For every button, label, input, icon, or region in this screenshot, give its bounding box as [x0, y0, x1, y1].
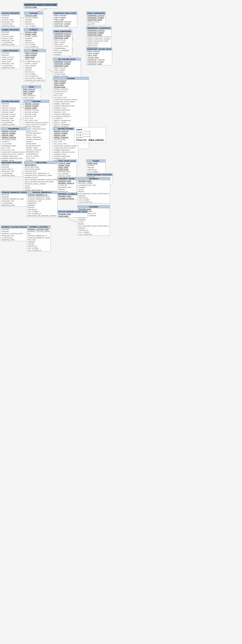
- legend-row-1: 1..n to 1 ┤: [76, 131, 104, 133]
- row-tbl-7: TABLE_OWNER: [24, 65, 46, 67]
- row-cat-5: CREATED_BY: [24, 23, 43, 25]
- row-kcu-4: TABLE_CATALOG: [53, 67, 81, 69]
- row-tsu-7: SHARING_SCOPE: [57, 175, 77, 177]
- row-sc-10: LAST_ALTERED_BY: [27, 213, 57, 215]
- legend-box: Legend 1..n to 1 ┤ 0..1 to 1 ○ ┤ 0..n to…: [74, 127, 106, 143]
- row-par-1: SPECIFIC_CATALOG: [1, 130, 26, 132]
- row-sch-2: SCHEMA_NAME: [24, 33, 43, 36]
- table-storage-credentials: STORAGE_CREDENTIALS STORAGE_CREDENTIAL_I…: [27, 191, 57, 217]
- row-scp-2: GRANTEE: [1, 196, 31, 198]
- row-elp-5: IS_GRANTABLE: [1, 237, 30, 239]
- legend-icon-3: 0..n to 1: [76, 136, 83, 138]
- row-rc-1: CONSTRAINT_CATALOG: [86, 30, 111, 32]
- row-sch-6: CREATED_BY: [24, 42, 43, 44]
- table-header-ccu: CONSTRAINT_COLUMN_USAGE: [86, 48, 112, 50]
- row-cp-2: GRANTEE: [1, 17, 20, 19]
- row-rec-7: DATA_RECIPIENT_GLOBAL_METASTORE_ID: [78, 193, 110, 195]
- row-rec-1: RECIPIENT_NAME: [78, 180, 110, 182]
- row-tc-3: CONSTRAINT_NAME: [53, 37, 72, 39]
- row-sp-5: PRIVILEGE_TYPE: [1, 40, 20, 42]
- row-tbl-10: CREATED_BY: [24, 71, 46, 73]
- row-prov-9: DATA_PROVIDER_GLOBAL_METASTORE_ID: [78, 225, 110, 227]
- row-par-5: PARAMETER_MODE: [1, 138, 26, 141]
- row-elp-3: EXTERNAL_LOCATION_NAME: [1, 233, 30, 235]
- table-schemata: SCHEMATA CATALOG_NAME SCHEMA_NAME SCHEMA…: [24, 28, 43, 48]
- row-r-11: CHARACTER_OCTET_LENGTH: [24, 124, 49, 126]
- row-ccu-7: CONSTRAINT_NAME: [86, 63, 112, 65]
- row-col-14: NUMERIC_SCALE: [53, 107, 89, 109]
- row-col-21: IDENTITY_START: [53, 122, 89, 124]
- row-kcu-2: CONSTRAINT_SCHEMA: [53, 63, 81, 65]
- row-tbl-6: COMMIT_ACTION: [24, 63, 46, 65]
- row-mp-3: METASTORE_ID: [1, 168, 22, 170]
- table-providers: PROVIDERS PROVIDER_NAME RECIPIENT_OWNER …: [77, 205, 110, 236]
- row-cc-1: CONSTRAINT_CATALOG: [86, 15, 105, 17]
- row-scp-4: PRIVILEGE_TYPE: [1, 200, 31, 202]
- row-prov-8: REGION: [78, 223, 110, 225]
- row-sc-9: LAST_ALTERED: [27, 210, 57, 213]
- row-sh-2: COMMENT: [86, 164, 105, 167]
- row-tbl-14: STORAGE_SUB_DIRECTORY: [24, 79, 46, 82]
- row-sp-4: SCHEMA_NAME: [1, 38, 20, 40]
- row-sc-3: STORAGE_CREDENTIAL_OWNER: [27, 198, 57, 200]
- row-mp-1: GRANTOR: [1, 164, 22, 166]
- row-col-11: CHARACTER_OCTET_LENGTH: [53, 101, 89, 103]
- table-recipients: RECIPIENTS RECIPIENT_NAME RECIPIENT_OWNE…: [77, 177, 110, 203]
- row-cc-2: CONSTRAINT_SCHEMA: [86, 17, 105, 19]
- row-r-16: INTERVAL_TYPE: [24, 134, 49, 136]
- row-cp-4: PRIVILEGE_TYPE: [1, 21, 20, 23]
- row-rt-1: RECIPIENT_NAME: [57, 180, 76, 182]
- row-col-22: IDENTITY_INCREMENT: [53, 124, 89, 126]
- row-r-21: ROUTINE_DEFINITION: [24, 145, 49, 147]
- row-el-9: CREATED_BY: [27, 245, 51, 247]
- row-ctu-1: TABLE_CATALOG: [53, 15, 77, 17]
- row-el-8: CREATED: [27, 243, 51, 245]
- row-r-27: IS_NULL_CALL: [24, 157, 49, 160]
- row-ms-6: STORAGE_ROOT_CREDENTIAL_NAME: [24, 174, 59, 176]
- row-sc-2: STORAGE_CREDENTIAL_NAME: [27, 196, 57, 198]
- row-r-14: NUMERIC_SCALE: [24, 130, 49, 132]
- row-par-2: SPECIFIC_SCHEMA: [1, 132, 26, 134]
- row-sc-11: METASTORE_FOR_MANAGED_STORAGE: [27, 215, 57, 217]
- row-col-4: COLUMN_NAME: [53, 86, 89, 88]
- row-par-8: PARAMETER_NAME: [1, 145, 26, 147]
- legend-row-4: Primary Key TABLE_CATALOG: [76, 139, 104, 141]
- row-rc-7: MATCH_OPTION: [86, 42, 111, 44]
- table-header-rp: ROUTINE_PRIVILEGES: [1, 100, 20, 103]
- row-tc-2: CONSTRAINT_SCHEMA: [53, 35, 72, 37]
- table-header-metastores: METASTORES: [24, 161, 59, 164]
- row-tbl-8: COMMENT: [24, 67, 46, 69]
- row-sc-7: CREATED: [27, 206, 57, 208]
- row-sp-2: GRANTEE: [1, 33, 20, 36]
- row-elp-6: INHERITED_FROM: [1, 239, 30, 241]
- table-header-routines: ROUTINES: [24, 100, 49, 103]
- row-sp-7: INHERITED_FROM: [1, 44, 20, 46]
- table-header-cc: CHECK_CONSTRAINTS: [86, 12, 105, 15]
- row-par-3: SPECIFIC_NAME: [1, 134, 26, 136]
- row-prov-11: CREATED_BY: [78, 229, 110, 231]
- row-rc-4: UNIQUE_CONSTRAINT_CATALOG: [86, 36, 111, 38]
- row-tc-10: ENFORCED: [53, 52, 72, 54]
- row-rec-3: AUTHENTICATION_TYPE: [78, 184, 110, 186]
- row-rc2-10: NUMERIC_PRECISION: [53, 149, 78, 151]
- row-par-7: AS_LOCATOR: [1, 143, 26, 145]
- row-tc-9: INITIALLY_DEFERRED: [53, 50, 72, 52]
- row-col-9: FULL_DATA_TYPE: [53, 96, 89, 99]
- row-rp-6: ROUTINE_CATALOG: [1, 113, 20, 116]
- legend-title: Legend: [76, 129, 104, 130]
- row-rp-8: ROUTINE_NAME: [1, 118, 20, 120]
- row-cpsu-2: SHARE_NAME: [57, 215, 88, 217]
- row-tc-11: COMMENT: [53, 54, 72, 56]
- table-external-location-privileges: EXTERNAL_LOCATION_PRIVILEGES GRANTOR GRA…: [1, 226, 30, 241]
- row-r-17: INTERVAL_PRECISION: [24, 136, 49, 138]
- row-tbl-1: TABLE_CATALOG: [24, 52, 46, 54]
- legend-icon-1: 1..n to 1: [76, 131, 83, 133]
- table-header-el: EXTERNAL_LOCATIONS: [27, 226, 51, 228]
- row-el-11: LAST_ALTERED_BY: [27, 250, 51, 252]
- row-ms-7: SHARING_SCOPE: [24, 176, 59, 179]
- row-cat-2: CATALOG_OWNER: [24, 17, 43, 19]
- table-shares: SHARES SHARE_NAME COMMENT CREATED CREATE…: [86, 160, 106, 175]
- row-v-5: CHECK_OPTION: [22, 97, 41, 99]
- table-key-column-usage: KEY_COLUMN_USAGE CONSTRAINT_CATALOG CONS…: [53, 58, 81, 80]
- row-sch-1: CATALOG_NAME: [24, 31, 43, 33]
